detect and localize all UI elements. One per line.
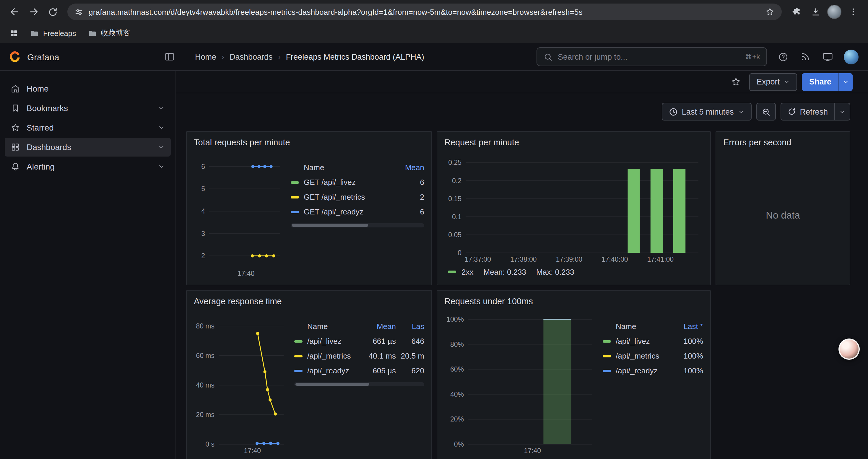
series-max: Max: 0.233 bbox=[536, 267, 574, 276]
series-name[interactable]: GET /api/_livez bbox=[304, 178, 356, 187]
panel-total-requests: Total requests per minute 6543217:40 Nam… bbox=[186, 131, 432, 285]
bookmark-blog-folder[interactable]: 收藏博客 bbox=[88, 28, 130, 38]
forward-button[interactable] bbox=[25, 3, 42, 21]
reload-button[interactable] bbox=[44, 3, 61, 21]
breadcrumb-dashboards[interactable]: Dashboards bbox=[229, 52, 273, 61]
chevron-down-icon[interactable] bbox=[158, 143, 165, 151]
svg-text:4: 4 bbox=[201, 207, 205, 215]
scrollbar-thumb[interactable] bbox=[296, 383, 370, 386]
site-info-icon[interactable] bbox=[74, 7, 83, 16]
breadcrumb-separator: › bbox=[222, 52, 224, 61]
share-menu-chevron[interactable] bbox=[838, 73, 852, 91]
folder-icon bbox=[88, 29, 97, 38]
news-rss-icon[interactable] bbox=[795, 47, 815, 66]
series-swatch bbox=[291, 210, 299, 213]
legend-scrollbar[interactable] bbox=[291, 223, 424, 227]
refresh-label: Refresh bbox=[800, 107, 828, 116]
legend-scrollbar[interactable] bbox=[294, 382, 424, 386]
series-name[interactable]: /api/_livez bbox=[307, 337, 342, 346]
bookmark-freeleaps[interactable]: Freeleaps bbox=[30, 29, 76, 38]
series-name[interactable]: 2xx bbox=[462, 267, 473, 276]
series-name[interactable]: GET /api/_readyz bbox=[304, 207, 363, 216]
legend-row: GET /api/_readyz6 bbox=[291, 204, 424, 219]
sidebar-item-home[interactable]: Home bbox=[5, 79, 171, 98]
legend-row: GET /api/_metrics2 bbox=[291, 190, 424, 204]
chevron-down-icon[interactable] bbox=[158, 104, 165, 112]
share-label[interactable]: Share bbox=[802, 73, 838, 91]
series-name[interactable]: /api/_readyz bbox=[307, 366, 349, 375]
kiosk-monitor-icon[interactable] bbox=[818, 47, 838, 66]
panel-title[interactable]: Requests under 100ms bbox=[444, 295, 703, 311]
legend-col[interactable]: Las bbox=[396, 322, 424, 331]
legend-col[interactable]: Mean bbox=[354, 322, 396, 331]
grafana-header: Grafana Home › Dashboards › Freeleaps Me… bbox=[0, 43, 868, 71]
sidebar-item-label: Dashboards bbox=[27, 142, 71, 152]
downloads-icon[interactable] bbox=[807, 3, 824, 21]
grafana-logo-icon[interactable] bbox=[8, 50, 21, 63]
panel-request-per-minute: Request per minute 0.250.20.150.10.05017… bbox=[437, 131, 711, 285]
total-requests-chart[interactable]: 6543217:40 bbox=[194, 152, 285, 279]
panel-title[interactable]: Request per minute bbox=[444, 136, 703, 152]
share-button[interactable]: Share bbox=[802, 73, 852, 91]
breadcrumb: Home › Dashboards › Freeleaps Metrics Da… bbox=[195, 52, 424, 61]
series-name[interactable]: /api/_livez bbox=[616, 337, 650, 346]
url-bar[interactable]: grafana.mathmast.com/d/deytv4rwavabkb/fr… bbox=[67, 4, 782, 20]
url-text[interactable]: grafana.mathmast.com/d/deytv4rwavabkb/fr… bbox=[89, 7, 760, 16]
series-value: 620 bbox=[396, 366, 424, 375]
profile-avatar[interactable] bbox=[826, 3, 843, 21]
sidebar-item-alerting[interactable]: Alerting bbox=[5, 157, 171, 176]
time-range-picker[interactable]: Last 5 minutes bbox=[662, 103, 752, 121]
apps-grid-icon[interactable] bbox=[9, 29, 18, 38]
grafana-app: Grafana Home › Dashboards › Freeleaps Me… bbox=[0, 43, 868, 459]
chevron-down-icon[interactable] bbox=[158, 163, 165, 170]
breadcrumb-home[interactable]: Home bbox=[195, 52, 216, 61]
series-name[interactable]: GET /api/_metrics bbox=[304, 193, 365, 201]
sidebar-item-dashboards[interactable]: Dashboards bbox=[5, 138, 171, 157]
series-name[interactable]: /api/_metrics bbox=[616, 352, 659, 360]
svg-text:2: 2 bbox=[201, 252, 205, 260]
floating-avatar-overlay[interactable] bbox=[838, 338, 860, 360]
series-swatch bbox=[291, 181, 299, 184]
search-icon bbox=[544, 52, 553, 61]
legend-row: GET /api/_livez6 bbox=[291, 175, 424, 190]
refresh-button[interactable]: Refresh bbox=[780, 103, 835, 121]
zoom-out-time-button[interactable] bbox=[756, 103, 776, 121]
sidebar-item-starred[interactable]: Starred bbox=[5, 118, 171, 137]
svg-text:0 s: 0 s bbox=[205, 440, 215, 448]
legend-col[interactable]: Mean bbox=[389, 163, 424, 172]
help-icon[interactable] bbox=[773, 47, 793, 66]
chevron-down-icon[interactable] bbox=[158, 124, 165, 131]
export-button[interactable]: Export bbox=[749, 73, 797, 91]
series-swatch bbox=[294, 369, 303, 372]
dock-menu-icon[interactable] bbox=[164, 52, 175, 62]
series-swatch bbox=[294, 355, 303, 357]
sidebar-item-bookmarks[interactable]: Bookmarks bbox=[5, 99, 171, 118]
user-avatar[interactable] bbox=[844, 49, 859, 64]
search-shortcut: ⌘+k bbox=[745, 53, 760, 61]
favorite-star-icon[interactable] bbox=[727, 73, 745, 91]
back-button[interactable] bbox=[6, 3, 24, 21]
legend-col[interactable]: Last * bbox=[668, 322, 703, 331]
panel-title[interactable]: Average response time bbox=[194, 295, 424, 311]
extensions-icon[interactable] bbox=[788, 3, 805, 21]
scrollbar-thumb[interactable] bbox=[292, 224, 368, 227]
svg-text:17:41:00: 17:41:00 bbox=[647, 256, 674, 263]
menu-kebab-icon[interactable] bbox=[844, 3, 862, 21]
legend-col-name[interactable]: Name bbox=[294, 322, 354, 331]
search-input[interactable]: Search or jump to... ⌘+k bbox=[536, 47, 767, 66]
legend-col-name[interactable]: Name bbox=[291, 163, 389, 172]
refresh-interval-dropdown[interactable] bbox=[835, 103, 850, 121]
average-response-time-chart[interactable]: 80 ms60 ms40 ms20 ms0 s17:40 bbox=[194, 311, 288, 456]
bookmark-star-icon[interactable] bbox=[765, 7, 775, 17]
series-swatch bbox=[603, 369, 611, 372]
series-value: 40.1 ms bbox=[354, 352, 396, 360]
legend-line: 2xx Mean: 0.233 Max: 0.233 bbox=[444, 265, 703, 279]
legend-col-name[interactable]: Name bbox=[603, 322, 668, 331]
series-name[interactable]: /api/_metrics bbox=[307, 352, 351, 360]
request-per-minute-chart[interactable]: 0.250.20.150.10.05017:37:0017:38:0017:39… bbox=[444, 152, 703, 265]
panel-title[interactable]: Errors per second bbox=[723, 136, 843, 152]
panel-title[interactable]: Total requests per minute bbox=[194, 136, 424, 152]
series-name[interactable]: /api/_readyz bbox=[616, 366, 658, 375]
grafana-body: Home Bookmarks Starred Dashboards bbox=[0, 71, 868, 459]
requests-under-100ms-chart[interactable]: 100%80%60%40%20%0%17:40 bbox=[444, 311, 597, 456]
